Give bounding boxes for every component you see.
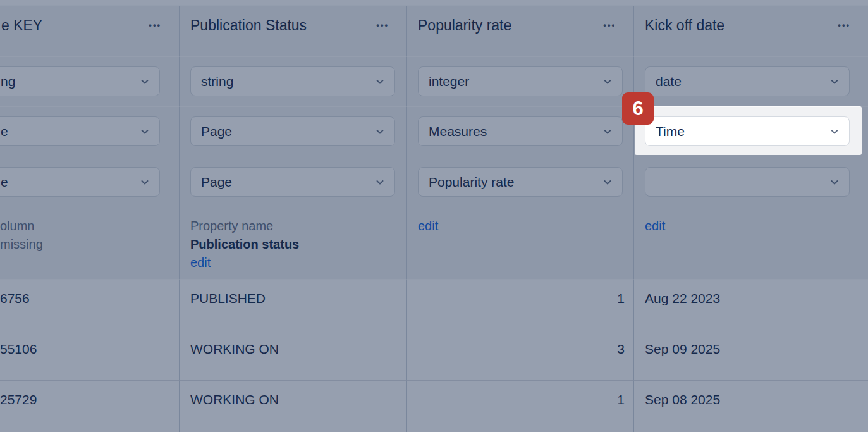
table-cell-kick-off-date: Aug 22 2023 <box>634 280 868 330</box>
type-row-cell-publication-status: string <box>180 57 407 107</box>
property-name-value: Publication status <box>190 235 396 254</box>
chevron-down-icon <box>140 177 150 187</box>
type-row-cell-popularity-rate: integer <box>407 57 634 107</box>
step-badge: 6 <box>622 92 654 125</box>
chevron-down-icon <box>375 177 385 187</box>
chevron-down-icon <box>140 77 150 87</box>
table-cell-popularity-rate: 1 <box>407 381 634 432</box>
field-row-cell-publication-status: Page <box>180 157 407 209</box>
column-header-label: Popularity rate <box>418 16 511 34</box>
select-value: string <box>201 74 233 89</box>
property-missing-text: missing <box>0 235 169 254</box>
property-cell-kick-off-date: edit <box>634 209 868 280</box>
column-header-label: e KEY <box>1 16 42 34</box>
chevron-down-icon <box>829 177 840 187</box>
field-select-kick-off-date-empty[interactable] <box>645 167 850 197</box>
type-row-cell-kick-off-date: date <box>634 57 868 107</box>
type-select-kick-off-date[interactable]: date <box>645 66 850 96</box>
table-cell-kick-off-date: Sep 09 2025 <box>634 330 868 381</box>
table-cell-key: 25729 <box>0 381 180 432</box>
property-cell-key: olumn missing <box>0 209 180 280</box>
column-menu-button[interactable]: ••• <box>376 16 389 34</box>
source-row-cell-publication-status: Page <box>180 107 407 157</box>
column-header-popularity-rate: Popularity rate ••• <box>407 6 634 57</box>
column-header-key: e KEY ••• <box>0 6 180 57</box>
select-value: ng <box>1 74 15 89</box>
field-select-publication-status[interactable]: Page <box>190 167 395 197</box>
select-value: e <box>1 175 8 190</box>
chevron-down-icon <box>375 127 385 137</box>
type-select-popularity-rate[interactable]: integer <box>418 66 623 96</box>
field-row-cell-kick-off-date <box>634 157 868 209</box>
source-select-publication-status[interactable]: Page <box>190 116 395 146</box>
select-value: Page <box>201 175 232 190</box>
chevron-down-icon <box>602 77 613 87</box>
table-cell-publication-status: PUBLISHED <box>180 280 407 330</box>
chevron-down-icon <box>829 127 840 137</box>
column-header-label: Publication Status <box>190 16 307 34</box>
column-menu-button[interactable]: ••• <box>149 16 161 34</box>
property-missing-text: olumn <box>0 217 169 235</box>
source-select-kick-off-date-highlighted[interactable]: Time <box>645 116 850 146</box>
source-select-popularity-rate[interactable]: Measures <box>418 116 623 146</box>
chevron-down-icon <box>375 77 385 87</box>
field-row-cell-key: e <box>0 157 180 209</box>
column-menu-button[interactable]: ••• <box>838 16 850 34</box>
table-cell-publication-status: WORKING ON <box>180 330 407 381</box>
property-cell-publication-status: Property name Publication status edit <box>180 209 407 280</box>
select-value: Measures <box>429 124 487 139</box>
property-cell-popularity-rate: edit <box>407 209 634 280</box>
select-value: date <box>656 74 682 89</box>
select-value: e <box>1 124 8 139</box>
column-menu-button[interactable]: ••• <box>603 16 616 34</box>
table-cell-popularity-rate: 1 <box>407 280 634 330</box>
source-row-cell-key: e <box>0 107 180 157</box>
database-table: e KEY ••• Publication Status ••• Popular… <box>0 5 868 432</box>
table-cell-key: 6756 <box>0 280 180 330</box>
table-cell-kick-off-date: Sep 08 2025 <box>634 381 868 432</box>
table-cell-key: 55106 <box>0 330 180 381</box>
select-value: Popularity rate <box>429 175 514 190</box>
page: e KEY ••• Publication Status ••• Popular… <box>0 0 868 432</box>
table-cell-popularity-rate: 3 <box>407 330 634 381</box>
edit-property-link[interactable]: edit <box>190 256 211 269</box>
source-row-cell-popularity-rate: Measures <box>407 107 634 157</box>
chevron-down-icon <box>602 127 613 137</box>
select-value: Time <box>656 124 685 139</box>
property-name-label: Property name <box>190 217 396 235</box>
field-select-key[interactable]: e <box>0 167 160 197</box>
column-header-publication-status: Publication Status ••• <box>180 6 407 57</box>
source-row-cell-kick-off-date: Time <box>634 107 868 157</box>
type-select-publication-status[interactable]: string <box>190 66 395 96</box>
table-cell-publication-status: WORKING ON <box>180 381 407 432</box>
type-row-cell-key: ng <box>0 57 180 107</box>
field-select-popularity-rate[interactable]: Popularity rate <box>418 167 623 197</box>
field-row-cell-popularity-rate: Popularity rate <box>407 157 634 209</box>
edit-property-link[interactable]: edit <box>645 219 665 233</box>
column-header-label: Kick off date <box>645 16 724 34</box>
column-header-kick-off-date: Kick off date ••• <box>634 6 868 57</box>
select-value: Page <box>201 124 232 139</box>
chevron-down-icon <box>140 127 150 137</box>
source-select-key[interactable]: e <box>0 116 160 146</box>
edit-property-link[interactable]: edit <box>418 219 438 233</box>
chevron-down-icon <box>602 177 613 187</box>
type-select-key[interactable]: ng <box>0 66 160 96</box>
select-value: integer <box>429 74 469 89</box>
chevron-down-icon <box>829 77 840 87</box>
